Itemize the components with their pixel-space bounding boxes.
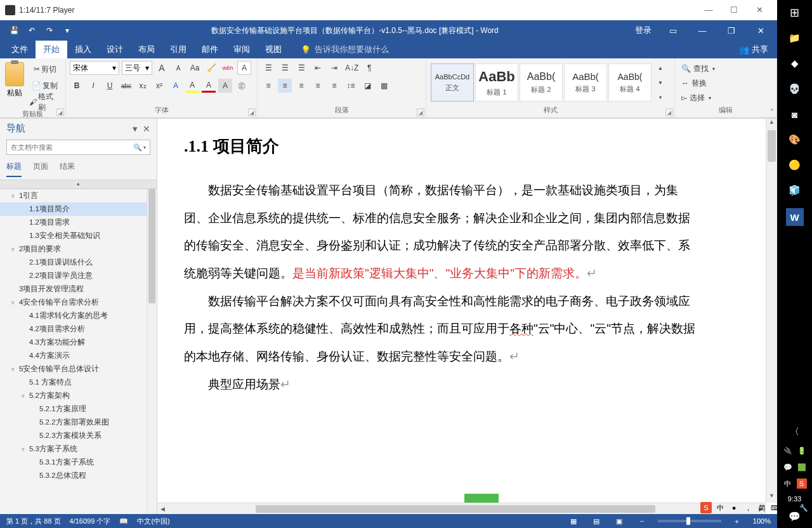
clipboard-launcher[interactable]: ◢ [56,109,64,116]
align-right[interactable]: ≡ [294,79,308,93]
superscript-button[interactable]: x² [152,79,166,93]
zoom-out[interactable]: − [635,516,649,526]
select-button[interactable]: ▻选择▾ [681,91,770,104]
ribbon-display-options[interactable]: ▭ [659,20,687,41]
style-heading2[interactable]: AaBb(标题 2 [520,63,563,102]
expand-icon[interactable]: ▿ [11,300,19,306]
zoom-slider[interactable] [658,520,721,522]
window-close[interactable]: ✕ [747,20,775,41]
view-read[interactable]: ▦ [566,516,580,526]
ime-softkb[interactable]: ⌨ [770,502,782,513]
nav-search[interactable]: 🔍▾ [6,140,150,155]
taskbar-icon-6[interactable]: 🟡 [787,157,802,173]
nav-tree-item[interactable]: 1.2项目需求 [0,216,157,229]
line-spacing[interactable]: ↕≡ [344,79,358,93]
vertical-scrollbar[interactable]: ▲ ▼ [766,119,777,503]
ime-punct[interactable]: ● [728,502,740,513]
zoom-in[interactable]: ＋ [730,516,744,526]
tray-icon-2[interactable]: 🔋 [797,446,807,456]
expand-icon[interactable]: ▿ [22,446,29,452]
sort-button[interactable]: A↓Z [344,61,360,75]
nav-tree-item[interactable]: 5.2.2方案部署效果图 [0,416,157,429]
scroll-up[interactable]: ▲ [766,119,777,129]
expand-icon[interactable]: ▿ [22,393,29,399]
tray-icon-1[interactable]: 🔌 [783,446,793,456]
nav-search-input[interactable] [11,143,133,151]
qat-redo[interactable]: ↷ [43,24,56,37]
style-heading1[interactable]: AaBb标题 1 [475,63,518,102]
styles-launcher[interactable]: ◢ [665,109,673,116]
nav-tree-item[interactable]: ▿5.3方案子系统 [0,442,157,456]
nav-tree-item[interactable]: 5.1 方案特点 [0,376,157,389]
ime-lang[interactable]: 中 [714,502,726,513]
page-number[interactable]: 第 1 页，共 88 页 [6,517,61,526]
qat-save[interactable]: 💾 [8,24,20,37]
show-marks[interactable]: ¶ [362,61,376,75]
scrollbar-thumb[interactable] [148,189,155,303]
shading[interactable]: ◪ [360,79,374,93]
horizontal-scrollbar[interactable]: ◀ ▶ [157,503,766,514]
ime-simp[interactable]: 简 [756,502,768,513]
style-normal[interactable]: AaBbCcDd正文 [431,63,474,102]
vscroll-thumb[interactable] [768,130,776,162]
style-heading4[interactable]: AaBb(标题 4 [608,63,652,102]
tab-review[interactable]: 审阅 [226,41,258,58]
replace-button[interactable]: ↔替换 [681,77,770,89]
italic-button[interactable]: I [86,79,100,93]
nav-tab-headings[interactable]: 标题 [6,161,22,177]
nav-tree-item[interactable]: ▿2项目的要求 [0,242,157,256]
find-button[interactable]: 🔍查找▾ [681,62,770,75]
ime-logo[interactable]: S [700,502,712,513]
borders[interactable]: ▦ [377,79,391,93]
language[interactable]: 中文(中国) [137,517,169,526]
font-color[interactable]: A [202,79,216,93]
nav-tree-item[interactable]: 4.2项目需求分析 [0,322,157,336]
ime-punct2[interactable]: ， [742,502,754,513]
styles-expand[interactable]: ▾ [653,90,667,104]
document-content[interactable]: .1.1 项目简介 数据安全传输基础设置平台项目（简称，数据传输平台），是一款基… [164,119,764,503]
nav-dropdown[interactable]: ▾ [133,123,138,135]
taskbar-icon-4[interactable]: ◙ [787,107,802,122]
change-case[interactable]: Aa [188,61,202,75]
tab-view[interactable]: 视图 [258,41,289,58]
player-close[interactable]: ✕ [747,5,772,15]
font-launcher[interactable]: ◢ [248,109,256,116]
nav-tree-item[interactable]: 5.3.1方案子系统 [0,456,157,469]
tray-ime-logo[interactable]: S [797,478,807,489]
bullets-button[interactable]: ☰ [261,61,275,75]
nav-tree-item[interactable]: ▿5安全传输平台总体设计 [0,362,157,376]
ime-tool[interactable]: 🔧 [798,502,809,513]
copy-button[interactable]: 📄复制 [28,79,62,93]
taskbar-word-icon[interactable]: W [786,208,804,226]
style-heading3[interactable]: AaBb(标题 3 [564,63,607,102]
paragraph-launcher[interactable]: ◢ [417,109,424,116]
taskbar-icon-3[interactable]: 💀 [787,81,802,96]
nav-tree-item[interactable]: 4.1需求转化方案的思考 [0,309,157,322]
tab-layout[interactable]: 布局 [131,41,162,58]
tray-icon-3[interactable]: 💬 [783,462,793,472]
scroll-left[interactable]: ◀ [157,506,167,512]
strikethrough-button[interactable]: abc [119,79,133,93]
align-justify[interactable]: ≡ [311,79,325,93]
search-icon[interactable]: 🔍 [133,143,142,152]
nav-tree-item[interactable]: 5.3.2总体流程 [0,469,157,482]
nav-tree-item[interactable]: ▿5.2方案架构 [0,389,157,402]
underline-button[interactable]: U [103,79,117,93]
paste-icon[interactable] [5,62,24,86]
nav-close[interactable]: ✕ [143,124,150,134]
distributed[interactable]: ≡ [327,79,341,93]
numbering-button[interactable]: ☰ [278,61,292,75]
taskbar-icon-7[interactable]: 🧊 [787,183,802,198]
tab-mailings[interactable]: 邮件 [194,41,226,58]
cut-button[interactable]: ✂剪切 [28,62,62,76]
font-size-select[interactable]: 三号▾ [122,61,152,75]
highlight-color[interactable]: A [185,79,199,93]
hscroll-thumb[interactable] [256,505,655,513]
grow-font[interactable]: A [155,61,169,75]
zoom-level[interactable]: 100% [753,517,771,525]
nav-tree-item[interactable]: 4.4方案演示 [0,349,157,362]
collapse-ribbon[interactable]: ⌃ [769,108,775,115]
nav-tree-item[interactable]: 1.1项目简介 [0,202,157,216]
qat-undo[interactable]: ↶ [25,24,38,37]
char-shading[interactable]: A [218,79,232,93]
